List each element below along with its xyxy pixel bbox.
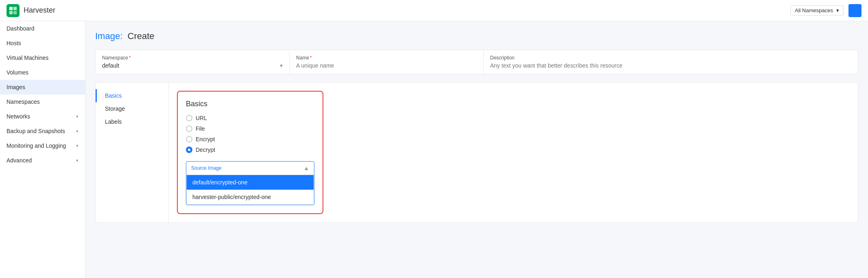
namespace-select[interactable]: All Namespaces ▾ [790, 5, 844, 15]
sidebar-item-label: Virtual Machines [7, 55, 48, 61]
sidebar-item-label: Backup and Snapshots [7, 128, 65, 134]
sidebar-item-label: Advanced [7, 157, 32, 164]
source-image-label: Source Image [191, 165, 222, 171]
radio-item-encrypt[interactable]: Encrypt [186, 136, 314, 142]
source-image-wrapper: Source Image ▲ default/encrypted-oneharv… [186, 161, 314, 205]
sidebar-item-backup-snapshots[interactable]: Backup and Snapshots▾ [0, 124, 85, 138]
namespace-select-field[interactable]: default ▾ [102, 62, 283, 69]
radio-circle-file [186, 125, 192, 132]
radio-label-url: URL [196, 115, 207, 121]
page-title: Image: Create [95, 31, 858, 42]
sidebar-item-namespaces[interactable]: Namespaces [0, 94, 85, 109]
description-field: Description [484, 50, 858, 74]
sidebar-item-label: Namespaces [7, 99, 40, 105]
sidebar-item-advanced[interactable]: Advanced▾ [0, 153, 85, 168]
app-logo [7, 4, 20, 17]
sidebar-item-networks[interactable]: Networks▾ [0, 109, 85, 124]
radio-item-url[interactable]: URL [186, 115, 314, 121]
main-content: Image: Create Namespace* default ▾ Name* [85, 21, 868, 278]
description-label: Description [490, 55, 851, 61]
source-image-header[interactable]: Source Image ▲ [186, 162, 314, 175]
sidebar-item-dashboard[interactable]: Dashboard [0, 21, 85, 36]
radio-group: URLFileEncryptDecrypt [186, 115, 314, 153]
chevron-icon: ▾ [76, 129, 79, 134]
radio-item-decrypt[interactable]: Decrypt [186, 147, 314, 153]
sidebar-item-label: Networks [7, 113, 30, 120]
sidebar-item-label: Hosts [7, 40, 21, 46]
dropdown-item-harvester-public-encrypted-one[interactable]: harvester-public/encrypted-one [187, 190, 314, 204]
svg-rect-2 [9, 11, 13, 14]
user-avatar[interactable] [848, 4, 861, 17]
namespace-field: Namespace* default ▾ [96, 50, 290, 74]
content-area: BasicsStorageLabels Basics URLFileEncryp… [95, 82, 858, 223]
namespace-select-value: All Namespaces [795, 7, 833, 13]
radio-circle-decrypt [186, 147, 192, 153]
name-field: Name* [290, 50, 484, 74]
chevron-icon: ▾ [76, 158, 79, 163]
sidebar-item-label: Monitoring and Logging [7, 142, 66, 149]
source-image-dropdown: default/encrypted-oneharvester-public/en… [186, 175, 314, 205]
sidebar-item-volumes[interactable]: Volumes [0, 65, 85, 80]
sidebar-item-label: Dashboard [7, 25, 35, 32]
sidebar-item-images[interactable]: Images [0, 80, 85, 94]
app-title: Harvester [24, 6, 55, 15]
sidebar: DashboardHostsVirtual MachinesVolumesIma… [0, 21, 85, 278]
radio-label-decrypt: Decrypt [196, 147, 215, 153]
basics-title: Basics [186, 100, 314, 108]
tab-content: Basics URLFileEncryptDecrypt Source Imag… [169, 83, 858, 222]
radio-circle-encrypt [186, 136, 192, 142]
sidebar-item-label: Volumes [7, 69, 28, 76]
namespace-arrow-icon: ▾ [280, 62, 283, 69]
basics-box: Basics URLFileEncryptDecrypt Source Imag… [177, 91, 323, 214]
sub-nav-item-labels[interactable]: Labels [96, 115, 168, 128]
dropdown-item-default-encrypted-one[interactable]: default/encrypted-one [187, 175, 314, 190]
radio-label-file: File [196, 125, 205, 132]
radio-circle-url [186, 115, 192, 121]
sidebar-item-virtual-machines[interactable]: Virtual Machines [0, 50, 85, 65]
form-row: Namespace* default ▾ Name* Description [95, 50, 858, 74]
name-input[interactable] [296, 62, 477, 69]
sidebar-item-label: Images [7, 84, 25, 90]
top-bar-right: All Namespaces ▾ [790, 4, 861, 17]
description-input[interactable] [490, 62, 851, 69]
svg-rect-0 [9, 7, 13, 10]
page-title-prefix: Image: [95, 31, 122, 41]
radio-label-encrypt: Encrypt [196, 136, 215, 142]
chevron-icon: ▾ [76, 114, 79, 119]
radio-item-file[interactable]: File [186, 125, 314, 132]
chevron-down-icon: ▾ [836, 7, 839, 13]
top-bar-left: Harvester [7, 4, 55, 17]
chevron-icon: ▾ [76, 143, 79, 149]
namespace-label: Namespace* [102, 55, 283, 61]
sub-nav: BasicsStorageLabels [96, 83, 169, 222]
svg-rect-3 [13, 11, 17, 14]
sidebar-item-monitoring-logging[interactable]: Monitoring and Logging▾ [0, 138, 85, 153]
source-image-chevron-icon: ▲ [303, 165, 309, 171]
sub-nav-item-basics[interactable]: Basics [96, 89, 168, 102]
top-bar: Harvester All Namespaces ▾ [0, 0, 868, 21]
page-title-action: Create [128, 31, 155, 41]
name-label: Name* [296, 55, 477, 61]
sidebar-item-hosts[interactable]: Hosts [0, 36, 85, 50]
svg-rect-1 [13, 7, 17, 10]
sub-nav-item-storage[interactable]: Storage [96, 102, 168, 115]
namespace-value: default [102, 62, 119, 69]
layout: DashboardHostsVirtual MachinesVolumesIma… [0, 0, 868, 278]
